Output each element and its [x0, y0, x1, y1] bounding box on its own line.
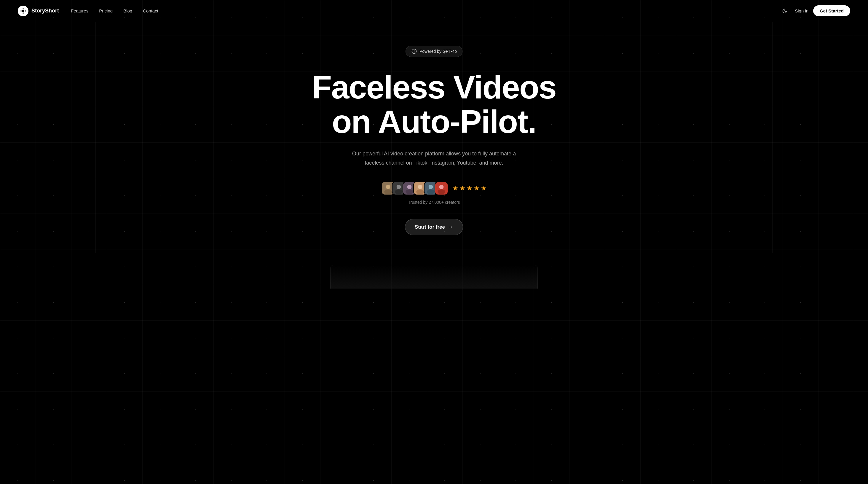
avatar-group — [381, 181, 448, 195]
star-2: ★ — [460, 184, 465, 192]
svg-point-0 — [22, 10, 24, 12]
hero-title-line1: Faceless Videos — [312, 69, 556, 105]
star-rating: ★ ★ ★ ★ ★ — [453, 184, 487, 192]
navbar: StoryShort Features Pricing Blog Contact… — [0, 0, 868, 22]
powered-badge-text: Powered by GPT-4o — [420, 49, 457, 54]
hero-title-line2: on Auto-Pilot. — [332, 103, 536, 140]
hero-subtitle: Our powerful AI video creation platform … — [351, 149, 517, 167]
svg-point-21 — [439, 185, 444, 189]
svg-point-1 — [23, 8, 24, 9]
svg-point-7 — [384, 189, 392, 194]
nav-links: Features Pricing Blog Contact — [71, 8, 158, 13]
svg-point-13 — [406, 189, 413, 194]
star-4: ★ — [474, 184, 479, 192]
logo-text: StoryShort — [31, 8, 59, 14]
svg-point-22 — [438, 189, 445, 194]
nav-link-contact[interactable]: Contact — [143, 8, 158, 13]
social-proof: ★ ★ ★ ★ ★ — [381, 181, 487, 195]
nav-link-pricing[interactable]: Pricing — [99, 8, 113, 13]
nav-link-features[interactable]: Features — [71, 8, 88, 13]
signin-button[interactable]: Sign in — [795, 8, 808, 13]
svg-point-15 — [418, 185, 423, 189]
svg-point-10 — [395, 189, 403, 194]
nav-right: Sign in Get Started — [779, 5, 850, 16]
powered-badge: Powered by GPT-4o — [406, 46, 462, 57]
svg-point-12 — [407, 185, 412, 189]
hero-section: Powered by GPT-4o Faceless Videos on Aut… — [0, 22, 868, 253]
cta-label: Start for free — [415, 224, 445, 230]
svg-point-3 — [23, 12, 24, 13]
arrow-icon: → — [448, 224, 453, 230]
svg-point-4 — [21, 10, 22, 11]
svg-point-16 — [416, 189, 424, 194]
dark-mode-toggle[interactable] — [779, 6, 790, 16]
trusted-text: Trusted by 27,000+ creators — [408, 200, 460, 205]
nav-left: StoryShort Features Pricing Blog Contact — [18, 6, 158, 16]
star-1: ★ — [453, 184, 458, 192]
logo-icon — [18, 6, 28, 16]
decorative-line-right — [772, 22, 773, 253]
cta-button[interactable]: Start for free → — [405, 219, 463, 235]
svg-point-6 — [386, 185, 391, 189]
get-started-button[interactable]: Get Started — [813, 5, 850, 16]
star-3: ★ — [467, 184, 472, 192]
logo[interactable]: StoryShort — [18, 6, 59, 16]
star-5: ★ — [481, 184, 487, 192]
hero-title: Faceless Videos on Auto-Pilot. — [312, 70, 556, 139]
app-preview-stub — [330, 265, 538, 289]
svg-point-9 — [397, 185, 401, 189]
svg-point-18 — [429, 185, 433, 189]
svg-point-19 — [427, 189, 435, 194]
nav-link-blog[interactable]: Blog — [123, 8, 132, 13]
decorative-line-left — [95, 22, 96, 253]
svg-point-2 — [25, 10, 26, 11]
avatar-6 — [435, 181, 448, 195]
